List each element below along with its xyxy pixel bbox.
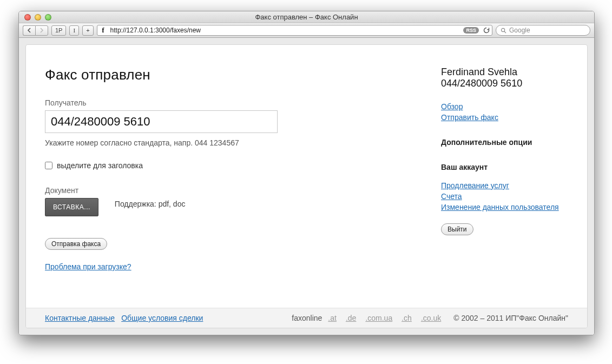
reload-button[interactable]: [483, 27, 490, 34]
svg-point-0: [501, 28, 504, 31]
footer: Контактные данные Общие условия сделки f…: [26, 308, 587, 328]
onepassword-button[interactable]: 1P: [51, 25, 66, 36]
add-bookmark-button[interactable]: +: [82, 25, 93, 36]
logout-button[interactable]: Выйти: [441, 223, 473, 235]
zoom-window-button[interactable]: [45, 14, 51, 21]
browser-window: Факс отправлен – Факс Онлайн 1P I + f ht…: [18, 11, 595, 335]
account-number: 044/2480009 5610: [441, 78, 568, 89]
header-checkbox-label: выделите для заголовка: [57, 161, 143, 170]
search-placeholder: Google: [509, 27, 530, 34]
page-title: Факс отправлен: [45, 67, 391, 83]
back-button[interactable]: [23, 25, 35, 36]
account-name: Ferdinand Svehla: [441, 67, 568, 78]
nav-overview-link[interactable]: Обзор: [441, 102, 568, 111]
footer-terms-link[interactable]: Общие условия сделки: [121, 314, 203, 322]
header-checkbox[interactable]: [45, 162, 52, 169]
footer-contact-link[interactable]: Контактные данные: [45, 314, 115, 322]
upload-button[interactable]: ВСТАВКА...: [45, 198, 98, 216]
support-text: Поддержка: pdf, doc: [115, 200, 186, 208]
url-text: http://127.0.0.1:3000/faxes/new: [110, 27, 201, 34]
send-fax-button[interactable]: Отправка факса: [45, 238, 107, 250]
forward-button[interactable]: [35, 25, 48, 36]
document-label: Документ: [45, 186, 391, 195]
options-heading: Дополнительные опции: [441, 138, 568, 147]
close-window-button[interactable]: [24, 14, 31, 21]
footer-domain-at[interactable]: .at: [328, 314, 337, 322]
account-edit-user-link[interactable]: Изменение данных пользователя: [441, 203, 568, 211]
browser-toolbar: 1P I + f http://127.0.0.1:3000/faxes/new…: [19, 23, 594, 38]
footer-domain-de[interactable]: .de: [346, 314, 356, 322]
titlebar: Факс отправлен – Факс Онлайн: [19, 11, 594, 23]
minimize-window-button[interactable]: [35, 14, 41, 21]
footer-copyright: © 2002 – 2011 ИП"Факс Онлайн": [453, 314, 568, 322]
upload-problem-link[interactable]: Проблема при загрузке?: [45, 262, 131, 271]
footer-domain-ch[interactable]: .ch: [402, 314, 412, 322]
search-icon: [501, 28, 506, 34]
footer-brand: faxonline: [292, 314, 322, 322]
recipient-label: Получатель: [45, 98, 391, 107]
page-viewport: Факс отправлен Получатель Укажите номер …: [19, 38, 594, 335]
sidebar: Ferdinand Svehla 044/2480009 5610 Обзор …: [441, 67, 568, 302]
account-heading: Ваш аккаунт: [441, 163, 568, 171]
svg-line-1: [504, 31, 506, 32]
search-bar[interactable]: Google: [496, 25, 590, 36]
content-card: Факс отправлен Получатель Укажите номер …: [25, 44, 588, 328]
recipient-input[interactable]: [45, 110, 278, 133]
nav-sendfax-link[interactable]: Отправить факс: [441, 113, 568, 122]
traffic-lights: [19, 14, 51, 21]
header-checkbox-row[interactable]: выделите для заголовка: [45, 161, 391, 170]
url-bar[interactable]: f http://127.0.0.1:3000/faxes/new RSS: [97, 25, 492, 36]
account-renew-link[interactable]: Продлевание услуг: [441, 181, 568, 190]
instapaper-button[interactable]: I: [69, 25, 79, 36]
footer-domain-couk[interactable]: .co.uk: [421, 314, 441, 322]
site-favicon: f: [100, 27, 107, 34]
account-bills-link[interactable]: Счета: [441, 192, 568, 201]
rss-badge[interactable]: RSS: [463, 27, 479, 34]
recipient-hint: Укажите номер согласно стандарта, напр. …: [45, 138, 391, 147]
main-column: Факс отправлен Получатель Укажите номер …: [45, 67, 391, 302]
window-title: Факс отправлен – Факс Онлайн: [19, 13, 594, 21]
footer-domain-comua[interactable]: .com.ua: [365, 314, 392, 322]
